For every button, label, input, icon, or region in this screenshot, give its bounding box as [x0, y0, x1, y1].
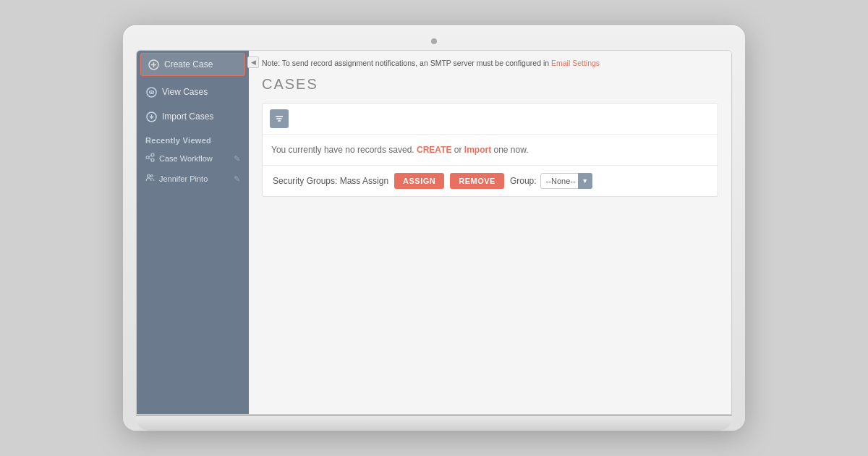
- laptop-shell: Create Case ◀ View Cases: [123, 25, 745, 431]
- svg-point-14: [151, 175, 153, 177]
- group-select[interactable]: --None--: [540, 173, 592, 189]
- note-prefix: Note: To send record assignment notifica…: [262, 59, 551, 67]
- svg-point-10: [151, 159, 154, 161]
- mass-assign-label: Security Groups: Mass Assign: [273, 176, 388, 186]
- cases-panel: You currently have no records saved. CRE…: [262, 103, 718, 197]
- empty-message: You currently have no records saved. CRE…: [263, 135, 718, 165]
- svg-point-8: [146, 156, 149, 159]
- sidebar-item-import-cases[interactable]: Import Cases: [137, 104, 249, 129]
- group-select-wrapper: Group: --None-- ▼: [510, 173, 592, 189]
- group-label: Group:: [510, 176, 537, 186]
- empty-prefix: You currently have no records saved.: [271, 145, 417, 155]
- create-link[interactable]: CREATE: [417, 145, 451, 155]
- laptop-base: [136, 415, 732, 431]
- edit-case-workflow-icon[interactable]: ✎: [234, 154, 240, 164]
- people-icon: [145, 173, 155, 185]
- view-cases-label: View Cases: [162, 87, 208, 97]
- page-title: CASES: [262, 76, 718, 93]
- svg-point-9: [151, 153, 154, 156]
- svg-point-5: [150, 91, 152, 93]
- sidebar: Create Case ◀ View Cases: [137, 51, 249, 414]
- import-link[interactable]: Import: [464, 145, 491, 155]
- empty-middle: or: [451, 145, 464, 155]
- group-select-container: --None-- ▼: [540, 173, 592, 189]
- sidebar-item-create-case[interactable]: Create Case: [140, 53, 245, 76]
- mass-assign-bar: Security Groups: Mass Assign ASSIGN REMO…: [263, 165, 718, 196]
- screen-content: Create Case ◀ View Cases: [137, 51, 731, 414]
- plus-circle-icon: [148, 59, 159, 70]
- recently-viewed-title: Recently Viewed: [137, 129, 249, 148]
- create-case-label: Create Case: [164, 59, 213, 69]
- case-workflow-label: Case Workflow: [159, 154, 213, 163]
- jennifer-pinto-label: Jennifer Pinto: [159, 174, 208, 183]
- empty-suffix: one now.: [491, 145, 528, 155]
- svg-line-12: [149, 158, 151, 160]
- edit-jennifer-pinto-icon[interactable]: ✎: [234, 174, 240, 184]
- sidebar-recent-case-workflow[interactable]: Case Workflow ✎: [137, 148, 249, 169]
- filter-bar: [263, 104, 718, 135]
- workflow-icon: [145, 153, 155, 164]
- filter-button[interactable]: [270, 109, 289, 128]
- sidebar-recent-jennifer-pinto[interactable]: Jennifer Pinto ✎: [137, 169, 249, 189]
- sidebar-collapse-button[interactable]: ◀: [247, 56, 259, 68]
- laptop-screen: Create Case ◀ View Cases: [136, 50, 732, 415]
- camera: [431, 38, 437, 44]
- remove-button[interactable]: REMOVE: [450, 173, 504, 189]
- svg-line-11: [149, 156, 151, 158]
- sidebar-item-view-cases[interactable]: View Cases: [137, 80, 249, 104]
- import-cases-label: Import Cases: [162, 111, 213, 122]
- email-settings-link[interactable]: Email Settings: [551, 59, 600, 67]
- eye-circle-icon: [145, 86, 157, 98]
- note-banner: Note: To send record assignment notifica…: [262, 58, 718, 69]
- download-circle-icon: [145, 111, 157, 122]
- svg-point-13: [148, 174, 150, 177]
- assign-button[interactable]: ASSIGN: [394, 173, 444, 189]
- main-content: Note: To send record assignment notifica…: [249, 51, 731, 414]
